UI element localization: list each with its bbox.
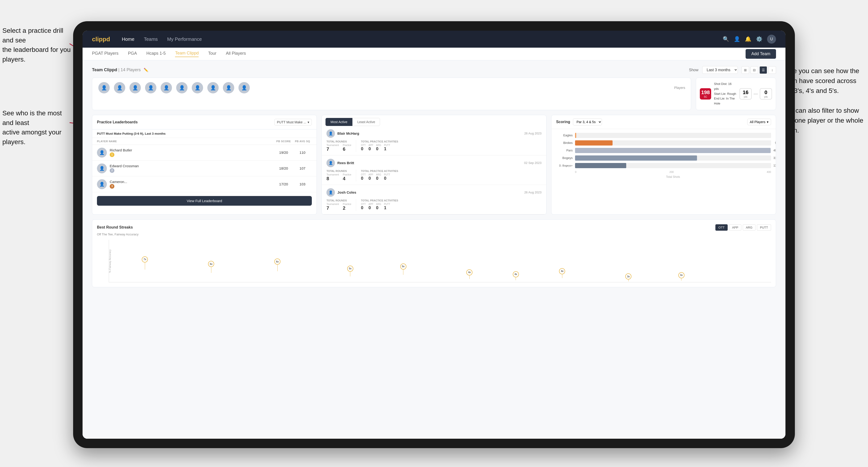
player-avatar-8[interactable]: 👤 (207, 82, 219, 94)
users-icon[interactable]: 👤 (734, 36, 740, 42)
subnav-hcaps[interactable]: Hcaps 1-5 (146, 51, 165, 57)
view-full-leaderboard-button[interactable]: View Full Leaderboard (97, 196, 312, 206)
shot-badge: 198 SC (700, 88, 711, 99)
team-count: | 14 Players (118, 67, 141, 72)
view-sort-button[interactable]: ↕ (769, 66, 776, 74)
streak-btn-ott[interactable]: OTT (715, 224, 728, 231)
bar-fill-pars (575, 148, 771, 153)
lb-col-player: PLAYER NAME (97, 140, 274, 143)
all-players-filter[interactable]: All Players ▾ (747, 119, 771, 125)
annotation-top-left: Select a practice drill and see the lead… (2, 26, 71, 64)
dot-6x-2: 6x (274, 258, 280, 271)
player-avatar-6[interactable]: 👤 (176, 82, 188, 94)
lb-row-1[interactable]: 👤 Richard Butler 1 19/20 110 (92, 145, 316, 161)
view-grid3-button[interactable]: ⊟ (750, 66, 758, 74)
pac-name-1[interactable]: Blair McHarg (337, 131, 359, 135)
pac-name-3[interactable]: Josh Coles (337, 190, 356, 194)
streak-btn-app[interactable]: APP (729, 224, 741, 231)
nav-icons: 🔍 👤 🔔 ⚙️ U (723, 35, 776, 44)
player-avatar-7[interactable]: 👤 (191, 82, 204, 94)
team-title: Team Clippd | 14 Players (92, 67, 142, 72)
player-avatar-4[interactable]: 👤 (145, 82, 157, 94)
lb-avatar-2: 👤 (97, 163, 107, 173)
lb-row-2[interactable]: 👤 Edward Crossman 2 18/20 107 (92, 161, 316, 177)
lb-avg-1: 110 (293, 151, 312, 154)
lb-panel-header: Practice Leaderboards PUTT Must Make ...… (92, 115, 316, 129)
x-axis-0: 0 (575, 170, 577, 173)
nav-link-home[interactable]: Home (122, 36, 134, 42)
bar-track-pars: 499 (575, 148, 771, 153)
streak-btn-arg[interactable]: ARG (743, 224, 755, 231)
subnav-all-players[interactable]: All Players (226, 51, 246, 57)
three-col-section: Practice Leaderboards PUTT Must Make ...… (92, 115, 776, 215)
bar-track-birdies: 96 (575, 140, 771, 146)
lb-drill-dropdown[interactable]: PUTT Must Make ... ▾ (274, 119, 312, 125)
subnav-team-clippd[interactable]: Team Clippd (175, 51, 198, 57)
pac-avatar-1: 👤 (327, 129, 335, 138)
player-avatar-2[interactable]: 👤 (114, 82, 126, 94)
dot-4x-1: 4x (466, 269, 472, 279)
pac-date-3: 26 Aug 2023 (524, 191, 541, 194)
scoring-bar-chart: Eagles 3 Birdies 96 (552, 129, 776, 182)
player-avatar-9[interactable]: 👤 (222, 82, 235, 94)
edit-icon[interactable]: ✏️ (144, 68, 148, 72)
player-avatar-10[interactable]: 👤 (238, 82, 250, 94)
most-active-tab[interactable]: Most Active (326, 118, 352, 126)
add-team-button[interactable]: Add Team (746, 49, 776, 59)
yardage-1-label: yds (744, 96, 747, 98)
activity-tabs: Most Active Least Active (326, 118, 542, 126)
pac-putt-1: PUTT 1 (384, 144, 390, 151)
player-avatar-1[interactable]: 👤 (98, 82, 110, 94)
subnav-tour[interactable]: Tour (208, 51, 216, 57)
player-avatar-3[interactable]: 👤 (129, 82, 141, 94)
streak-btn-putt[interactable]: PUTT (757, 224, 771, 231)
team-controls: Show Last 3 months Last 6 months Last ye… (689, 66, 776, 74)
lb-player-info-3: 👤 Cameron... 3 (97, 179, 274, 189)
bar-label-eagles: Eagles (556, 133, 573, 137)
lb-avg-2: 107 (293, 166, 312, 170)
settings-icon[interactable]: ⚙️ (756, 36, 762, 42)
subnav-pga[interactable]: PGA (128, 51, 137, 57)
view-list-button[interactable]: ☰ (760, 66, 767, 74)
subnav-pgat[interactable]: PGAT Players (92, 51, 118, 57)
pac-name-2[interactable]: Rees Britt (337, 161, 354, 165)
pac-practice-1: Practice 6 (343, 144, 351, 152)
bar-fill-bogeys (575, 155, 697, 161)
bar-track-eagles: 3 (575, 133, 771, 138)
least-active-tab[interactable]: Least Active (352, 118, 380, 126)
dot-5x-2: 5x (400, 263, 406, 275)
x-axis-200: 200 (670, 170, 674, 173)
dot-4x-2: 4x (513, 271, 519, 280)
shot-badge-num: 198 (701, 89, 710, 96)
view-grid2-button[interactable]: ⊞ (742, 66, 749, 74)
streaks-btns: OTT APP ARG PUTT (715, 224, 771, 231)
lb-badge-2: 2 (110, 168, 115, 173)
pac-tournament-val-1: 7 (327, 147, 339, 152)
player-avatar-5[interactable]: 👤 (160, 82, 173, 94)
avatar[interactable]: U (767, 35, 776, 44)
lb-score-1: 19/20 (274, 151, 293, 154)
pac-total-rounds-1: Total Rounds Tournament 7 Practice 6 (327, 140, 351, 152)
top-section: 👤 👤 👤 👤 👤 👤 👤 👤 👤 👤 Players (92, 77, 776, 110)
lb-row-3[interactable]: 👤 Cameron... 3 17/20 103 (92, 177, 316, 192)
main-content: Team Clippd | 14 Players ✏️ Show Last 3 … (83, 60, 785, 439)
x-axis-label: Total Shots (556, 175, 771, 179)
bar-value-dbogeys: 131 (773, 164, 776, 167)
show-label: Show (689, 68, 699, 72)
show-period-select[interactable]: Last 3 months Last 6 months Last year (702, 66, 738, 74)
search-icon[interactable]: 🔍 (723, 36, 729, 42)
bar-row-dbogeys: D. Bogeys+ 131 (556, 163, 771, 168)
bell-icon[interactable]: 🔔 (745, 36, 751, 42)
nav-link-teams[interactable]: Teams (144, 36, 158, 42)
scoring-par-filter[interactable]: Par 3, 4 & 5s Par 3s Par 4s Par 5s (573, 118, 602, 125)
lb-title: Practice Leaderboards (97, 120, 138, 124)
players-card: 👤 👤 👤 👤 👤 👤 👤 👤 👤 👤 Players (92, 77, 691, 110)
bar-track-bogeys: 311 (575, 155, 771, 161)
nav-link-performance[interactable]: My Performance (167, 36, 202, 42)
pac-activities-vals-1: OTT 0 APP 0 ARG 0 (361, 144, 398, 151)
players-label: Players (674, 86, 685, 90)
bar-value-pars: 499 (773, 149, 776, 152)
bar-label-dbogeys: D. Bogeys+ (556, 164, 573, 167)
chevron-down-icon-scoring: ▾ (767, 120, 769, 124)
lb-col-score: PB SCORE (274, 140, 293, 143)
